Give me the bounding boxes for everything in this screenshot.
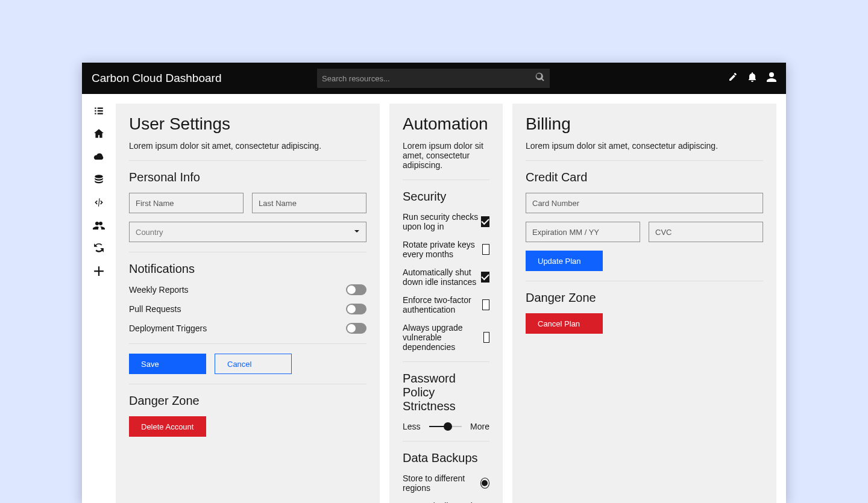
checkbox-upgrade-deps[interactable]: [483, 332, 489, 343]
toggle-weekly-reports[interactable]: [346, 284, 366, 295]
search-input[interactable]: [317, 69, 550, 88]
code-icon[interactable]: [89, 195, 108, 210]
check-label: Always upgrade vulnerable dependencies: [403, 323, 483, 352]
password-strictness-slider[interactable]: [429, 426, 462, 427]
sidebar: [82, 94, 116, 503]
country-select[interactable]: [129, 222, 366, 242]
first-name-input[interactable]: [129, 193, 244, 213]
password-policy-heading: Password Policy Strictness: [403, 372, 489, 413]
radio-different-regions[interactable]: [480, 478, 489, 489]
credit-card-heading: Credit Card: [526, 170, 763, 184]
panel-title: Billing: [526, 114, 763, 134]
checkbox-rotate-keys[interactable]: [482, 244, 489, 255]
body: User Settings Lorem ipsum dolor sit amet…: [82, 94, 786, 503]
checkbox-shutdown-idle[interactable]: [481, 272, 489, 283]
list-icon[interactable]: [89, 104, 108, 118]
bell-icon[interactable]: [747, 72, 757, 84]
expiration-input[interactable]: [526, 222, 640, 242]
divider: [129, 343, 366, 344]
toggle-deployment-triggers[interactable]: [346, 323, 366, 334]
cancel-plan-button[interactable]: Cancel Plan: [526, 313, 603, 334]
data-backups-heading: Data Backups: [403, 451, 489, 465]
header-icons: [728, 72, 776, 84]
checkbox-enforce-2fa[interactable]: [482, 299, 489, 310]
edit-icon[interactable]: [728, 72, 738, 84]
slider-less-label: Less: [403, 422, 421, 431]
radio-label: Store to different regions: [403, 473, 480, 493]
toggle-label: Weekly Reports: [129, 285, 189, 295]
panel-sub: Lorem ipsum dolor sit amet, consectetur …: [526, 141, 763, 151]
panel-title: Automation: [403, 114, 489, 134]
save-button[interactable]: Save: [129, 354, 206, 374]
toggle-label: Deployment Triggers: [129, 323, 207, 333]
divider: [526, 160, 763, 161]
card-number-input[interactable]: [526, 193, 763, 213]
user-settings-panel: User Settings Lorem ipsum dolor sit amet…: [116, 104, 380, 503]
user-icon[interactable]: [767, 72, 776, 84]
refresh-icon[interactable]: [89, 241, 108, 255]
notifications-heading: Notifications: [129, 262, 366, 276]
update-plan-button[interactable]: Update Plan: [526, 251, 603, 271]
divider: [526, 281, 763, 281]
divider: [129, 160, 366, 161]
cvc-input[interactable]: [649, 222, 763, 242]
main-content: User Settings Lorem ipsum dolor sit amet…: [116, 94, 786, 503]
danger-zone-heading: Danger Zone: [526, 291, 763, 305]
divider: [403, 441, 489, 442]
search-wrap: [317, 69, 550, 88]
check-label: Run security checks upon log in: [403, 212, 481, 231]
personal-info-heading: Personal Info: [129, 170, 366, 184]
home-icon[interactable]: [89, 127, 108, 141]
slider-more-label: More: [470, 422, 489, 431]
users-icon[interactable]: [89, 218, 108, 233]
panel-sub: Lorem ipsum dolor sit amet, consectetur …: [129, 141, 366, 151]
check-label: Enforce two-factor authentication: [403, 295, 482, 314]
coins-icon[interactable]: [89, 172, 108, 187]
checkbox-login-checks[interactable]: [481, 216, 489, 227]
divider: [403, 361, 489, 362]
dashboard-window: Carbon Cloud Dashboard: [82, 63, 786, 503]
panel-title: User Settings: [129, 114, 366, 134]
slider-thumb[interactable]: [444, 422, 452, 431]
header-bar: Carbon Cloud Dashboard: [82, 63, 786, 94]
cancel-button[interactable]: Cancel: [215, 354, 292, 374]
check-label: Automatically shut down idle instances: [403, 267, 481, 287]
automation-panel: Automation Lorem ipsum dolor sit amet, c…: [389, 104, 503, 503]
cloud-icon[interactable]: [89, 149, 108, 164]
panel-sub: Lorem ipsum dolor sit amet, consectetur …: [403, 141, 489, 170]
plus-icon[interactable]: [89, 264, 108, 278]
divider: [129, 252, 366, 252]
billing-panel: Billing Lorem ipsum dolor sit amet, cons…: [512, 104, 776, 503]
toggle-label: Pull Requests: [129, 304, 181, 314]
security-heading: Security: [403, 190, 489, 204]
divider: [403, 180, 489, 180]
last-name-input[interactable]: [252, 193, 366, 213]
check-label: Rotate private keys every months: [403, 240, 482, 259]
app-title: Carbon Cloud Dashboard: [92, 72, 221, 85]
delete-account-button[interactable]: Delete Account: [129, 416, 206, 437]
danger-zone-heading: Danger Zone: [129, 394, 366, 408]
toggle-pull-requests[interactable]: [346, 304, 366, 314]
divider: [129, 384, 366, 384]
